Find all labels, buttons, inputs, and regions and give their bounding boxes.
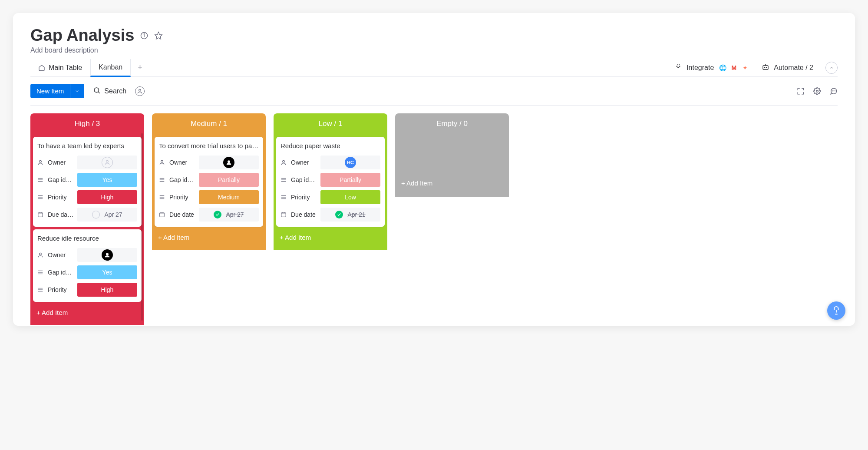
svg-point-5: [764, 67, 765, 68]
automate-button[interactable]: Automate / 2: [762, 63, 813, 73]
svg-point-26: [40, 253, 42, 255]
column-low: Low / 1 Reduce paper waste Owner HC Gap …: [274, 113, 387, 250]
field-due-label: Due date: [291, 211, 317, 218]
svg-point-34: [161, 160, 163, 162]
calendar-icon: [159, 212, 166, 218]
column-high-header[interactable]: High / 3: [30, 113, 144, 134]
kanban-board: High / 3 To have a team led by experts O…: [30, 106, 838, 325]
priority-cell[interactable]: Medium: [199, 190, 259, 204]
column-low-header[interactable]: Low / 1: [274, 113, 387, 134]
info-icon[interactable]: [140, 32, 148, 40]
svg-rect-4: [763, 66, 768, 69]
column-empty-header[interactable]: Empty / 0: [395, 113, 509, 134]
integration-icons: 🌐M✦: [718, 63, 749, 72]
board-title[interactable]: Gap Analysis: [30, 26, 134, 45]
card-title[interactable]: Reduce paper waste: [281, 142, 380, 149]
field-owner-label: Owner: [48, 159, 74, 166]
gap-cell[interactable]: Partially: [320, 173, 380, 187]
card[interactable]: To have a team led by experts Owner Gap …: [33, 137, 142, 227]
field-owner-label: Owner: [291, 159, 317, 166]
column-medium-header[interactable]: Medium / 1: [152, 113, 266, 134]
svg-point-15: [106, 160, 109, 162]
tab-main-label: Main Table: [49, 64, 82, 72]
automate-label: Automate / 2: [774, 64, 813, 72]
due-date-value: Apr 21: [347, 211, 365, 218]
owner-cell[interactable]: [199, 156, 259, 169]
new-item-button[interactable]: New Item: [30, 84, 70, 98]
owner-cell[interactable]: [77, 156, 137, 169]
due-date-value: Apr 27: [226, 211, 244, 218]
help-fab-button[interactable]: [827, 301, 845, 320]
priority-cell[interactable]: Low: [320, 190, 380, 204]
add-item-button[interactable]: + Add Item: [30, 304, 144, 321]
column-medium: Medium / 1 To convert more trial users t…: [152, 113, 266, 250]
list-icon: [281, 194, 287, 200]
list-icon: [159, 194, 166, 200]
svg-point-9: [139, 89, 141, 91]
list-icon: [37, 177, 44, 183]
card-title[interactable]: To have a team led by experts: [37, 142, 137, 149]
field-priority-label: Priority: [48, 286, 74, 293]
card[interactable]: To convert more trial users to paid/… Ow…: [155, 137, 263, 227]
integrate-button[interactable]: Integrate 🌐M✦: [674, 63, 749, 73]
search-icon: [93, 86, 101, 96]
field-due-label: Due da…: [48, 211, 74, 218]
search-label: Search: [104, 87, 126, 95]
tab-main-table[interactable]: Main Table: [30, 60, 90, 76]
calendar-icon: [281, 212, 287, 218]
svg-point-7: [94, 88, 99, 93]
settings-icon[interactable]: [813, 87, 821, 95]
due-date-cell[interactable]: Apr 27: [199, 208, 259, 222]
list-icon: [37, 194, 44, 200]
card-title[interactable]: To convert more trial users to paid/…: [159, 142, 259, 149]
add-view-button[interactable]: +: [131, 59, 149, 76]
status-open-icon: [92, 211, 100, 218]
svg-point-13: [835, 90, 835, 91]
status-done-icon: [335, 211, 343, 218]
column-empty: Empty / 0 + Add Item: [395, 113, 509, 197]
search-button[interactable]: Search: [93, 86, 126, 96]
svg-point-11: [832, 90, 833, 91]
fullscreen-icon[interactable]: [797, 87, 805, 95]
card[interactable]: Reduce idle resource Owner Gap id… Yes P…: [33, 229, 142, 302]
person-icon: [37, 252, 44, 258]
board-description[interactable]: Add board description: [30, 46, 838, 54]
robot-icon: [762, 63, 769, 73]
add-item-button[interactable]: + Add Item: [152, 229, 266, 245]
field-gap-label: Gap ide…: [291, 176, 317, 183]
owner-cell[interactable]: [77, 248, 137, 262]
field-owner-label: Owner: [48, 251, 74, 258]
person-filter-button[interactable]: [135, 86, 145, 96]
svg-point-12: [834, 90, 834, 91]
add-item-button[interactable]: + Add Item: [395, 169, 509, 193]
gap-cell[interactable]: Partially: [199, 173, 259, 187]
home-icon: [38, 64, 45, 71]
priority-cell[interactable]: High: [77, 190, 137, 204]
column-high: High / 3 To have a team led by experts O…: [30, 113, 144, 325]
field-gap-label: Gap id…: [48, 269, 74, 276]
due-date-cell[interactable]: Apr 21: [320, 208, 380, 222]
collapse-header-button[interactable]: [825, 62, 838, 74]
priority-cell[interactable]: High: [77, 283, 137, 297]
owner-cell[interactable]: HC: [320, 156, 380, 169]
field-priority-label: Priority: [291, 194, 317, 201]
list-icon: [37, 287, 44, 293]
card-title[interactable]: Reduce idle resource: [37, 235, 137, 242]
list-icon: [37, 269, 44, 275]
tab-kanban[interactable]: Kanban: [90, 59, 131, 77]
gap-cell[interactable]: Yes: [77, 265, 137, 279]
empty-drop-zone[interactable]: [395, 134, 509, 169]
star-icon[interactable]: [154, 31, 163, 40]
svg-point-14: [40, 160, 42, 162]
status-done-icon: [214, 211, 221, 218]
card[interactable]: Reduce paper waste Owner HC Gap ide… Par…: [276, 137, 385, 227]
field-gap-label: Gap ide…: [169, 176, 195, 183]
svg-point-6: [766, 67, 767, 68]
due-date-cell[interactable]: Apr 27: [77, 208, 137, 222]
comment-icon[interactable]: [830, 87, 838, 95]
svg-point-2: [144, 33, 145, 34]
add-item-button[interactable]: + Add Item: [274, 229, 387, 245]
integrate-label: Integrate: [686, 64, 714, 72]
gap-cell[interactable]: Yes: [77, 173, 137, 187]
new-item-dropdown[interactable]: [70, 84, 84, 98]
